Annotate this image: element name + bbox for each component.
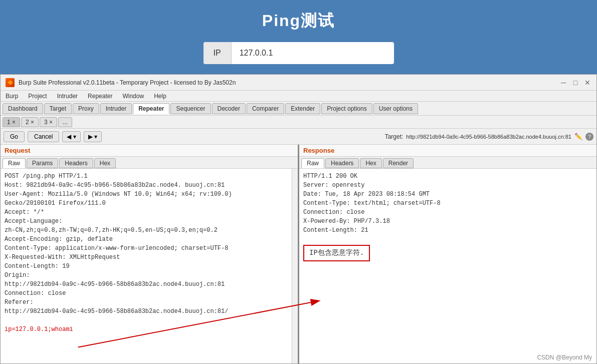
content-area: Request Raw Params Headers Hex POST /pin… [1, 145, 596, 363]
edit-icon[interactable]: ✏️ [574, 133, 582, 140]
request-xhr: X-Requested-With: XMLHttpRequest [5, 253, 288, 262]
tab-intruder[interactable]: Intruder [100, 103, 132, 114]
response-tab-hex[interactable]: Hex [360, 158, 381, 168]
response-header: Response [299, 145, 596, 157]
request-host: Host: 9821db94-0a9c-4c95-b966-58b86a83b2… [5, 181, 288, 190]
response-status: HTTP/1.1 200 OK [303, 172, 592, 181]
request-accept-enc: Accept-Encoding: gzip, deflate [5, 235, 288, 244]
response-annotation: IP包含恶意字符. [303, 245, 370, 261]
request-referer-value: http://9821db94-0a9c-4c95-b966-58b86a83b… [5, 307, 288, 316]
tab-repeater[interactable]: Repeater [133, 103, 169, 114]
request-tab-params[interactable]: Params [27, 158, 58, 168]
tab-dashboard[interactable]: Dashboard [3, 103, 43, 114]
tab-extender[interactable]: Extender [285, 103, 320, 114]
response-tab-render[interactable]: Render [383, 158, 414, 168]
burp-window: 🔶 Burp Suite Professional v2.0.11beta - … [0, 74, 597, 364]
response-tab-headers[interactable]: Headers [325, 158, 359, 168]
response-date: Date: Tue, 18 Apr 2023 08:18:54 GMT [303, 190, 592, 199]
tab-proxy[interactable]: Proxy [73, 103, 99, 114]
target-url: http://9821db94-0a9c-4c95-b966-58b86a83b… [406, 134, 571, 140]
target-label: Target: [385, 133, 404, 140]
sub-tabs: 1 × 2 × 3 × ... [1, 116, 596, 129]
ip-input-row: IP 127.0.0.1 [204, 42, 394, 64]
tab-comparer[interactable]: Comparer [247, 103, 284, 114]
nav-next-button[interactable]: ▶ ▾ [84, 131, 102, 142]
request-origin-value: http://9821db94-0a9c-4c95-b966-58b86a83b… [5, 280, 288, 289]
sub-tab-3[interactable]: 3 × [40, 117, 57, 127]
sub-tab-2[interactable]: 2 × [21, 117, 39, 127]
menu-repeater[interactable]: Repeater [86, 92, 114, 101]
request-accept-lang-label: Accept-Language: [5, 217, 288, 226]
request-line: POST /ping.php HTTP/1.1 [5, 172, 288, 181]
close-button[interactable]: ✕ [583, 79, 591, 87]
menu-window[interactable]: Window [120, 92, 146, 101]
response-server: Server: openresty [303, 181, 592, 190]
request-gecko: Gecko/20100101 Firefox/111.0 [5, 199, 288, 208]
response-panel: Response Raw Headers Hex Render HTTP/1.1… [299, 145, 596, 363]
menu-intruder[interactable]: Intruder [55, 92, 80, 101]
top-section: Ping测试 IP 127.0.0.1 [0, 0, 597, 74]
minimize-button[interactable]: ─ [559, 79, 567, 87]
maximize-button[interactable]: □ [571, 79, 579, 87]
tab-user-options[interactable]: User options [373, 103, 418, 114]
action-bar: Go Cancel ◀ ▾ ▶ ▾ Target: http://9821db9… [1, 129, 596, 145]
request-content-type: Content-Type: application/x-www-form-url… [5, 244, 288, 253]
menu-bar: Burp Project Intruder Repeater Window He… [1, 91, 596, 102]
help-icon[interactable]: ? [585, 133, 593, 141]
response-content: HTTP/1.1 200 OK Server: openresty Date: … [299, 169, 596, 363]
go-button[interactable]: Go [4, 131, 25, 142]
nav-prev-button[interactable]: ◀ ▾ [62, 131, 80, 142]
main-toolbar: Dashboard Target Proxy Intruder Repeater… [1, 102, 596, 116]
request-tab-hex[interactable]: Hex [94, 158, 116, 168]
title-bar: 🔶 Burp Suite Professional v2.0.11beta - … [1, 75, 596, 91]
sub-tab-1[interactable]: 1 × [3, 117, 20, 127]
request-empty [5, 316, 288, 325]
response-tab-raw[interactable]: Raw [301, 158, 324, 168]
tab-decoder[interactable]: Decoder [212, 103, 246, 114]
request-tabs: Raw Params Headers Hex [1, 157, 298, 169]
request-accept: Accept: */* [5, 208, 288, 217]
response-content-length: Content-Length: 21 [303, 226, 592, 235]
request-payload: ip=127.0.0.1;whoami [5, 325, 288, 334]
burp-icon: 🔶 [6, 78, 15, 87]
response-tabs: Raw Headers Hex Render [299, 157, 596, 169]
response-powered-by: X-Powered-By: PHP/7.3.18 [303, 217, 592, 226]
request-referer-label: Referer: [5, 298, 288, 307]
ip-label: IP [204, 42, 232, 64]
request-header: Request [1, 145, 298, 157]
payload-highlight: ip=127.0.0.1;whoami [5, 326, 73, 333]
cancel-button[interactable]: Cancel [28, 131, 59, 142]
response-connection: Connection: close [303, 208, 592, 217]
tab-sequencer[interactable]: Sequencer [170, 103, 211, 114]
target-info: Target: http://9821db94-0a9c-4c95-b966-5… [385, 133, 593, 141]
tab-project-options[interactable]: Project options [321, 103, 372, 114]
request-scrollbar[interactable] [292, 169, 298, 363]
request-content-len: Content-Length: 19 [5, 262, 288, 271]
ip-field[interactable]: 127.0.0.1 [232, 49, 394, 58]
request-useragent: User-Agent: Mozilla/5.0 (Windows NT 10.0… [5, 190, 288, 199]
request-accept-lang-value: zh-CN,zh;q=0.8,zh-TW;q=0.7,zh-HK;q=0.5,e… [5, 226, 288, 235]
menu-project[interactable]: Project [26, 92, 49, 101]
request-content-wrapper: POST /ping.php HTTP/1.1 Host: 9821db94-0… [1, 169, 298, 363]
request-origin-label: Origin: [5, 271, 288, 280]
title-bar-controls: ─ □ ✕ [559, 79, 591, 87]
sub-tab-more[interactable]: ... [58, 117, 72, 127]
title-bar-text: Burp Suite Professional v2.0.11beta - Te… [19, 79, 559, 86]
menu-help[interactable]: Help [152, 92, 168, 101]
request-tab-headers[interactable]: Headers [59, 158, 93, 168]
menu-burp[interactable]: Burp [4, 92, 20, 101]
tab-target[interactable]: Target [44, 103, 72, 114]
request-connection: Connection: close [5, 289, 288, 298]
response-annotation-wrapper: IP包含恶意字符. [303, 241, 592, 265]
request-content[interactable]: POST /ping.php HTTP/1.1 Host: 9821db94-0… [1, 169, 292, 363]
request-tab-raw[interactable]: Raw [3, 158, 26, 168]
page-title: Ping测试 [262, 10, 335, 32]
watermark: CSDN @Beyond My [537, 354, 592, 361]
response-content-type: Content-Type: text/html; charset=UTF-8 [303, 199, 592, 208]
request-panel: Request Raw Params Headers Hex POST /pin… [1, 145, 299, 363]
